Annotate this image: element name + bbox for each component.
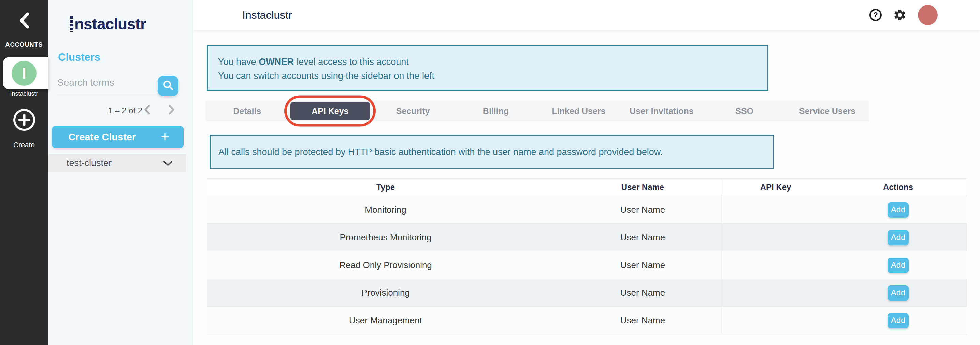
cluster-name: test-cluster: [67, 158, 111, 168]
account-avatar: I: [11, 61, 37, 86]
column-header-api-key: API Key: [722, 179, 829, 196]
tab-api-keys[interactable]: API Keys: [289, 101, 372, 121]
type-cell: Prometheus Monitoring: [207, 224, 564, 251]
page-header: Instaclustr ?: [193, 0, 980, 30]
create-account-label: Create: [13, 141, 35, 149]
table-row-user-management: User Management User Name Add: [207, 307, 967, 334]
create-cluster-button[interactable]: Create Cluster +: [52, 126, 184, 148]
account-item-instaclustr[interactable]: I: [3, 57, 48, 89]
add-button[interactable]: Add: [888, 313, 909, 328]
tab-details[interactable]: Details: [206, 101, 289, 121]
tab-service-users[interactable]: Service Users: [786, 101, 869, 121]
tab-user-invitations[interactable]: User Invitations: [620, 101, 703, 121]
page-title: Instaclustr: [242, 9, 292, 22]
logo-text: nstaclustr: [75, 16, 146, 32]
tab-api-keys-pill: API Keys: [290, 102, 370, 120]
access-level-notice: You have OWNER level access to this acco…: [207, 45, 768, 91]
api-auth-notice-text: All calls should be protected by HTTP ba…: [218, 147, 663, 158]
search-button[interactable]: [158, 76, 178, 96]
create-cluster-label: Create Cluster: [68, 131, 136, 143]
user-name-cell: User Name: [564, 224, 722, 251]
chevron-down-icon: [163, 160, 173, 166]
api-key-cell: [722, 251, 829, 279]
header-icons: ?: [869, 5, 938, 25]
column-header-actions: Actions: [829, 179, 967, 196]
plus-icon: +: [161, 130, 169, 144]
table-row-provisioning: Provisioning User Name Add: [207, 279, 967, 307]
table-row-read-only-provisioning: Read Only Provisioning User Name Add: [207, 251, 967, 279]
logo-dashed-i: [70, 16, 73, 32]
table-row-monitoring: Monitoring User Name Add: [207, 196, 967, 224]
type-cell: Read Only Provisioning: [207, 251, 564, 279]
api-auth-notice: All calls should be protected by HTTP ba…: [210, 134, 774, 169]
instaclustr-logo: nstaclustr: [70, 16, 146, 32]
access-level-value: OWNER: [259, 57, 294, 67]
instaclustr-console: ACCOUNTS I Instaclustr Create nstaclustr…: [0, 0, 980, 345]
account-name-label: Instaclustr: [0, 90, 48, 97]
access-notice-line1: You have OWNER level access to this acco…: [218, 55, 757, 69]
tab-linked-users[interactable]: Linked Users: [538, 101, 620, 121]
plus-circle-icon: [13, 109, 35, 133]
help-icon[interactable]: ?: [869, 9, 882, 21]
column-header-type: Type: [207, 179, 564, 196]
account-initial: I: [22, 65, 26, 82]
type-cell: Provisioning: [207, 279, 564, 307]
account-tabs: Details API Keys Security Billing Linked…: [206, 101, 869, 121]
user-avatar[interactable]: [918, 5, 938, 25]
type-cell: Monitoring: [207, 196, 564, 224]
add-button[interactable]: Add: [888, 230, 909, 245]
user-name-cell: User Name: [564, 307, 722, 334]
tab-sso[interactable]: SSO: [703, 101, 786, 121]
clusters-heading: Clusters: [58, 51, 100, 64]
user-name-cell: User Name: [564, 251, 722, 279]
api-key-cell: [722, 196, 829, 224]
clusters-panel: nstaclustr Clusters 1 – 2 of 2 Create Cl…: [48, 0, 193, 345]
api-key-cell: [722, 307, 829, 334]
tab-billing[interactable]: Billing: [455, 101, 538, 121]
user-name-cell: User Name: [564, 196, 722, 224]
main-content: Instaclustr ? You have OWNER level acces…: [193, 0, 980, 345]
gear-icon[interactable]: [893, 8, 907, 22]
pagination-next-button[interactable]: [168, 104, 175, 116]
add-button[interactable]: Add: [888, 285, 909, 300]
add-button[interactable]: Add: [888, 257, 909, 273]
api-key-cell: [722, 279, 829, 307]
chevron-left-icon: [144, 110, 151, 116]
search-input[interactable]: [57, 77, 156, 94]
tab-security[interactable]: Security: [372, 101, 455, 121]
table-row-prometheus-monitoring: Prometheus Monitoring User Name Add: [207, 224, 967, 251]
cluster-list-item[interactable]: test-cluster: [48, 154, 186, 172]
search-icon: [163, 80, 174, 92]
user-name-cell: User Name: [564, 279, 722, 307]
type-cell: User Management: [207, 307, 564, 334]
create-account-button[interactable]: Create: [0, 109, 48, 149]
table-header-row: Type User Name API Key Actions: [207, 178, 967, 196]
accounts-sidebar: ACCOUNTS I Instaclustr Create: [0, 0, 48, 345]
api-keys-table: Type User Name API Key Actions Monitorin…: [207, 178, 967, 334]
chevron-right-icon: [168, 110, 175, 116]
add-button[interactable]: Add: [888, 202, 909, 217]
access-notice-line2: You can switch accounts using the sideba…: [218, 69, 757, 83]
pagination-label: 1 – 2 of 2: [108, 106, 142, 115]
column-header-user-name: User Name: [564, 179, 722, 196]
accounts-section-label: ACCOUNTS: [0, 42, 48, 48]
pagination-prev-button[interactable]: [144, 104, 151, 116]
collapse-sidebar-button[interactable]: [0, 12, 48, 30]
back-chevron-icon: [18, 12, 30, 30]
api-key-cell: [722, 224, 829, 251]
